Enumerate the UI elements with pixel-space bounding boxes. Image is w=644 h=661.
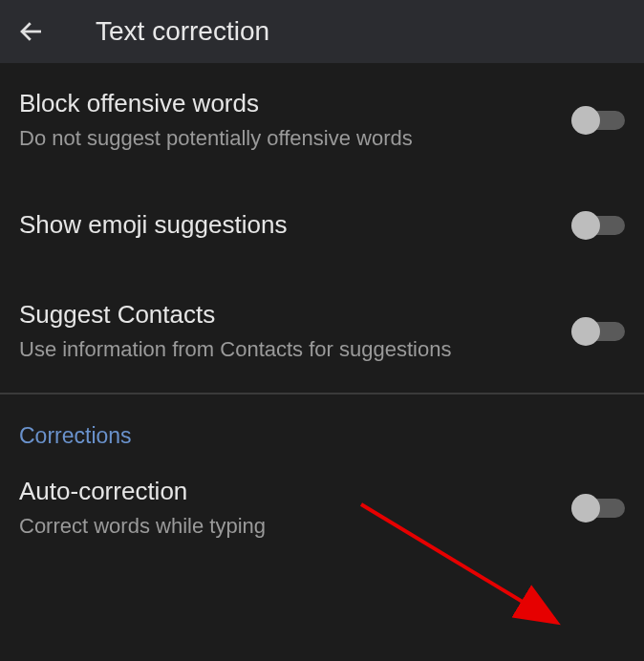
setting-text: Suggest Contacts Use information from Co…	[19, 299, 571, 363]
back-arrow-icon[interactable]	[17, 17, 46, 46]
setting-text: Show emoji suggestions	[19, 209, 571, 242]
setting-subtitle: Use information from Contacts for sugges…	[19, 335, 552, 364]
toggle-suggest-contacts[interactable]	[571, 320, 625, 343]
settings-list: Block offensive words Do not suggest pot…	[0, 63, 644, 555]
setting-title: Block offensive words	[19, 88, 552, 120]
toggle-thumb	[571, 494, 600, 522]
setting-title: Auto-correction	[19, 476, 552, 508]
setting-title: Suggest Contacts	[19, 299, 552, 331]
app-header: Text correction	[0, 0, 644, 63]
toggle-auto-correction[interactable]	[571, 497, 625, 520]
setting-title: Show emoji suggestions	[19, 209, 552, 242]
toggle-emoji-suggestions[interactable]	[571, 214, 625, 237]
section-header-corrections: Corrections	[0, 394, 644, 460]
setting-text: Block offensive words Do not suggest pot…	[19, 88, 571, 152]
setting-emoji-suggestions[interactable]: Show emoji suggestions	[0, 194, 644, 257]
toggle-thumb	[571, 211, 600, 240]
toggle-thumb	[571, 317, 600, 346]
toggle-thumb	[571, 106, 600, 135]
toggle-block-offensive[interactable]	[571, 109, 625, 132]
page-title: Text correction	[96, 16, 269, 47]
setting-suggest-contacts[interactable]: Suggest Contacts Use information from Co…	[0, 284, 644, 378]
setting-text: Auto-correction Correct words while typi…	[19, 476, 571, 540]
setting-auto-correction[interactable]: Auto-correction Correct words while typi…	[0, 460, 644, 555]
setting-block-offensive[interactable]: Block offensive words Do not suggest pot…	[0, 73, 644, 167]
setting-subtitle: Correct words while typing	[19, 512, 552, 541]
setting-subtitle: Do not suggest potentially offensive wor…	[19, 124, 552, 153]
